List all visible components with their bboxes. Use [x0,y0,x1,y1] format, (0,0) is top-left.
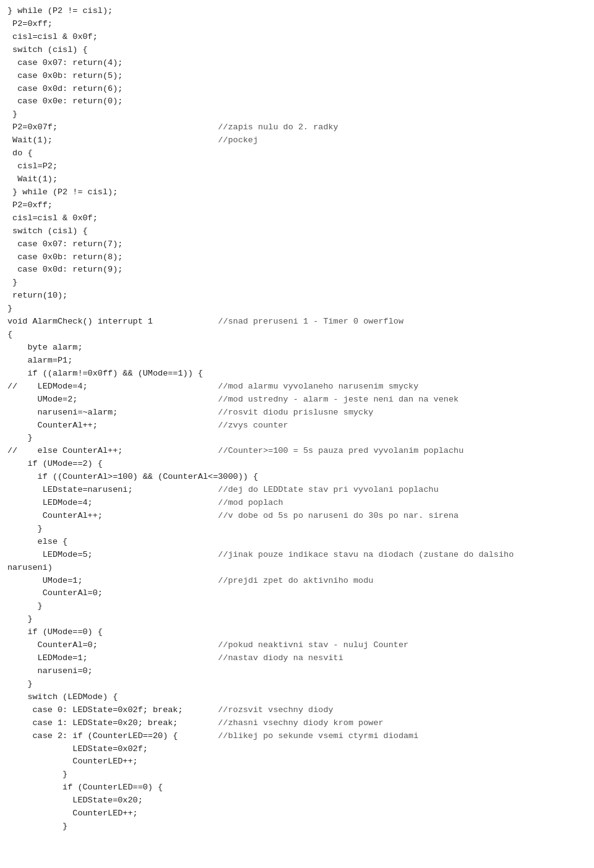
code-line: switch (cisl) { [7,225,587,238]
code-line: { [7,329,587,342]
code-comment: //zapis nulu do 2. radky [218,122,338,132]
code-line: } [7,432,587,445]
code-line: void AlarmCheck() interrupt 1 //snad pre… [7,316,587,329]
code-line: case 0x0e: return(0); [7,95,587,108]
code-line: } [7,678,587,691]
code-text: // else CounterAl++; [7,446,123,455]
code-line: cisl=P2; [7,160,587,173]
code-line: } [7,820,587,833]
code-line: UMode=1; //prejdi zpet do aktivniho modu [7,575,587,588]
code-comment: //v dobe od 5s po naruseni do 30s po nar… [218,511,458,520]
code-line: CounterLED++; [7,755,587,768]
code-line: } [7,768,587,781]
code-line: case 0x0d: return(6); [7,83,587,96]
code-text: P2=0x07f; [7,122,58,132]
code-line: } [7,108,587,121]
code-line: else { [7,536,587,549]
code-line: // LEDMode=4; //mod alarmu vyvolaneho na… [7,380,587,393]
code-comment: //blikej po sekunde vsemi ctyrmi diodami [218,731,418,741]
code-comment: //nastav diody na nesviti [218,653,343,663]
code-line: } [7,303,587,316]
code-comment: //pockej [218,135,258,145]
code-line: LEDstate=naruseni; //dej do LEDDtate sta… [7,484,587,497]
code-comment: //pokud neaktivni stav - nuluj Counter [218,640,408,650]
code-comment: //mod ustredny - alarm - jeste neni dan … [218,395,458,404]
code-text: UMode=2; [7,395,77,404]
code-text: Wait(1); [7,135,53,145]
code-text: naruseni=~alarm; [7,408,118,417]
code-text: case 2: if (CounterLED==20) { [7,731,178,741]
code-text: LEDstate=naruseni; [7,485,133,494]
code-line: naruseni=~alarm; //rosvit diodu prislusn… [7,406,587,419]
code-text: // LEDMode=4; [7,382,88,391]
code-comment: //zhasni vsechny diody krom power [218,718,383,728]
code-text: UMode=1; [7,576,83,585]
code-text: case 0: LEDState=0x02f; break; [7,705,183,715]
code-line: P2=0x07f; //zapis nulu do 2. radky [7,121,587,134]
code-line: case 0x0b: return(5); [7,70,587,83]
code-line: switch (cisl) { [7,44,587,57]
code-line: Wait(1); [7,173,587,186]
code-line: byte alarm; [7,342,587,355]
code-line: naruseni=0; [7,665,587,678]
code-line: CounterAl++; //zvys counter [7,419,587,432]
code-line: cisl=cisl & 0x0f; [7,31,587,44]
code-line: LEDMode=5; //jinak pouze indikace stavu … [7,549,587,562]
code-line: case 2: if (CounterLED==20) { //blikej p… [7,730,587,743]
code-text: LEDMode=5; [7,550,93,559]
code-line: P2=0xff; [7,199,587,212]
code-line: if (UMode==2) { [7,458,587,471]
code-line: case 0: LEDState=0x02f; break; //rozsvit… [7,704,587,717]
code-line: cisl=cisl & 0x0f; [7,212,587,225]
code-line: P2=0xff; [7,18,587,31]
code-text: CounterAl++; [7,421,98,430]
code-text: case 1: LEDState=0x20; break; [7,718,178,728]
code-comment: //snad preruseni 1 - Timer 0 owerflow [218,317,403,326]
code-line: CounterAl=0; [7,587,587,600]
code-line: } while (P2 != cisl); [7,5,587,18]
code-text: CounterAl=0; [7,640,98,650]
code-comment: //mod alarmu vyvolaneho narusenim smycky [218,382,418,391]
code-line: LEDMode=4; //mod poplach [7,497,587,510]
code-line: do { [7,147,587,160]
code-line: CounterAl=0; //pokud neaktivni stav - nu… [7,639,587,652]
code-comment: //dej do LEDDtate stav pri vyvolani popl… [218,485,438,494]
code-line: if (UMode==0) { [7,626,587,639]
code-line: } [7,523,587,536]
code-line: LEDMode=1; //nastav diody na nesviti [7,652,587,665]
code-line: case 0x0d: return(9); [7,264,587,277]
code-line: Wait(1); //pockej [7,134,587,147]
code-line: } [7,600,587,613]
code-line: LEDState=0x02f; [7,743,587,756]
code-text: LEDMode=4; [7,498,93,507]
code-comment: //Counter>=100 = 5s pauza pred vyvolanim… [218,446,463,455]
code-line: UMode=2; //mod ustredny - alarm - jeste … [7,393,587,406]
code-line: naruseni) [7,562,587,575]
code-line: case 0x07: return(7); [7,238,587,251]
code-text: void AlarmCheck() interrupt 1 [7,317,153,326]
code-line: alarm=P1; [7,355,587,367]
code-line: return(10); [7,290,587,303]
code-line: // else CounterAl++; //Counter>=100 = 5s… [7,445,587,458]
code-line: } [7,277,587,290]
code-comment: //rozsvit vsechny diody [218,705,333,715]
code-line: if (CounterLED==0) { [7,781,587,794]
code-line: case 0x0b: return(8); [7,251,587,264]
code-line: LEDState=0x20; [7,794,587,807]
code-line: CounterAl++; //v dobe od 5s po naruseni … [7,510,587,523]
code-comment: //rosvit diodu prislusne smycky [218,408,373,417]
code-line: case 1: LEDState=0x20; break; //zhasni v… [7,717,587,730]
code-line: if ((CounterAl>=100) && (CounterAl<=3000… [7,471,587,484]
code-text: LEDMode=1; [7,653,88,663]
code-line: if ((alarm!=0x0ff) && (UMode==1)) { [7,367,587,380]
code-comment: //mod poplach [218,498,283,507]
code-line: switch (LEDMode) { [7,691,587,704]
code-line: } [7,613,587,626]
code-line: case 0x07: return(4); [7,57,587,70]
code-line: CounterLED++; [7,807,587,820]
code-comment: //zvys counter [218,421,288,430]
code-line: } while (P2 != cisl); [7,186,587,199]
code-container: } while (P2 != cisl); P2=0xff; cisl=cisl… [7,5,587,833]
code-comment: //prejdi zpet do aktivniho modu [218,576,373,585]
code-text: CounterAl++; [7,511,103,520]
